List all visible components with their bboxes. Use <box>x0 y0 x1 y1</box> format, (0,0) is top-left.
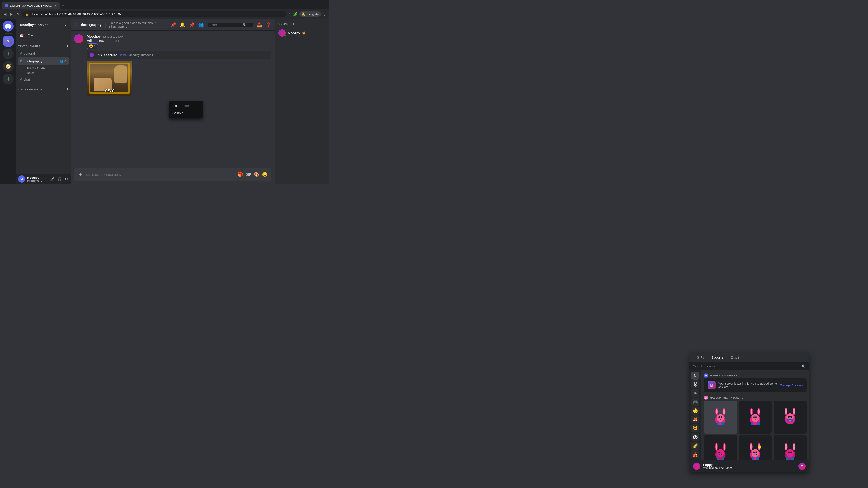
context-menu: Insert Here! Sample <box>169 101 203 118</box>
emoji-button[interactable]: 😊 <box>262 172 268 177</box>
incognito-button[interactable]: 🕵️ Incognito <box>299 11 321 17</box>
voice-channels-header[interactable]: VOICE CHANNELS + <box>16 84 70 93</box>
channel-header: # photography This is a good place to ta… <box>70 19 275 31</box>
channel-header-name: photography <box>80 23 102 27</box>
message-edited: (edi <box>115 39 119 42</box>
tab-title: Discord | #photography | Mood... <box>10 4 53 7</box>
message-avatar <box>74 34 83 43</box>
extension-button[interactable]: 🧩 <box>293 12 298 16</box>
deafen-button[interactable]: 🎧 <box>57 176 63 182</box>
message-time: Today at 12:24 AM <box>103 35 123 38</box>
refresh-button[interactable]: ↻ <box>16 11 20 17</box>
search-input[interactable] <box>209 23 241 27</box>
url-text: discord.com/channels/1182346851781984336… <box>31 12 123 16</box>
thread-member-name: Moodjoy Threads I <box>129 53 153 57</box>
tab-close-button[interactable]: ✕ <box>54 4 57 7</box>
right-sidebar: ONLINE — 1 Moodjoy 👑 <box>275 19 329 184</box>
pinned-button[interactable]: 📌 <box>189 22 195 28</box>
address-bar[interactable]: 🔒 discord.com/channels/11823468517819843… <box>22 11 286 17</box>
hash-icon: # <box>20 59 22 64</box>
thread-member-avatar <box>90 53 94 57</box>
add-voice-channel-button[interactable]: + <box>66 87 69 92</box>
username: Moodjoy <box>27 176 48 180</box>
online-header: ONLINE — 1 <box>278 23 326 25</box>
message: Moodjoy Today at 12:24 AM Edit the text … <box>74 34 271 96</box>
server-icon-moodjoy[interactable]: M <box>3 36 13 46</box>
mute-button[interactable]: 🎤 <box>49 176 56 182</box>
message-text-input[interactable] <box>86 170 235 179</box>
thread-replies: 2 Me <box>120 53 127 57</box>
channel-name: chat <box>24 77 30 81</box>
user-settings-button[interactable]: ⚙ <box>64 176 69 182</box>
gif-button[interactable]: GIF <box>246 173 251 176</box>
message-text: Edit the text here! (edi <box>87 39 271 42</box>
notifications-button[interactable]: 🔔 <box>180 22 185 28</box>
server-header[interactable]: Moodjoy's server ⌄ <box>16 19 70 31</box>
channel-sidebar: Moodjoy's server ⌄ 📅 1 Event TEXT CHANNE… <box>16 19 70 184</box>
attach-button[interactable]: ＋ <box>78 168 83 181</box>
cat-gif: YAY <box>87 61 132 96</box>
channel-icons: 👥 ⚙ <box>60 59 67 63</box>
gif-area: YAY <box>87 61 271 96</box>
reaction-count: 1 <box>94 44 96 48</box>
voice-channels-label: VOICE CHANNELS <box>18 88 42 91</box>
message-header: Moodjoy Today at 12:24 AM <box>87 34 271 38</box>
back-button[interactable]: ◀ <box>3 11 7 17</box>
main-content: # photography This is a good place to ta… <box>70 19 275 184</box>
calendar-icon: 📅 <box>20 34 24 37</box>
hash-icon: # <box>20 77 22 82</box>
new-tab-button[interactable]: + <box>60 3 66 8</box>
reaction-emoji: 😠 <box>89 44 93 48</box>
channel-name: photography <box>24 59 42 63</box>
add-channel-button[interactable]: + <box>66 44 69 48</box>
thread-item-1[interactable]: This is a thread! <box>18 65 69 70</box>
help-button[interactable]: ❓ <box>266 22 271 28</box>
download-button[interactable]: ⬇ <box>3 74 13 85</box>
text-channels-label: TEXT CHANNELS <box>18 45 40 48</box>
browser-tab[interactable]: D Discord | #photography | Mood... ✕ <box>2 2 60 9</box>
server-chevron-icon: ⌄ <box>64 23 67 27</box>
channel-item-photography[interactable]: # photography 👥 ⚙ <box>18 57 69 65</box>
discord-home-button[interactable] <box>3 21 13 32</box>
user-controls: 🎤 🎧 ⚙ <box>49 176 69 182</box>
thread-button[interactable]: This is a thread! 2 Me Moodjoy Threads I <box>87 51 271 59</box>
settings-icon[interactable]: ⚙ <box>64 59 67 63</box>
thread-item-2[interactable]: Photos <box>18 70 69 75</box>
channel-item-chat[interactable]: # chat <box>18 76 69 83</box>
search-bar[interactable]: 🔍 <box>208 23 253 27</box>
user-tag: moodjoy71_0... <box>27 180 48 182</box>
header-actions: 📌 🔔 📌 👥 🔍 📥 ❓ <box>170 22 271 28</box>
bookmark-button[interactable]: ☆ <box>288 12 291 16</box>
threads-button[interactable]: 📌 <box>170 22 176 28</box>
message-body: Moodjoy Today at 12:24 AM Edit the text … <box>87 34 271 96</box>
inbox-button[interactable]: 📥 <box>256 22 262 28</box>
channel-header-hash-icon: # <box>74 22 77 28</box>
hash-icon: # <box>20 51 22 56</box>
channel-name: general <box>24 52 35 55</box>
tab-favicon: D <box>4 4 8 7</box>
channel-item-general[interactable]: # general <box>18 50 69 57</box>
context-menu-item-sample[interactable]: Sample <box>169 109 203 117</box>
sidebar-event[interactable]: 📅 1 Event <box>18 32 69 38</box>
forward-button[interactable]: ▶ <box>9 11 13 17</box>
message-input-area: ＋ 🎁 GIF 🎨 😊 <box>70 168 275 184</box>
server-divider <box>4 33 12 34</box>
thread-label: This is a thread! <box>96 53 119 57</box>
sticker-button[interactable]: 🎨 <box>254 172 259 177</box>
message-author: Moodjoy <box>87 34 101 38</box>
gif-label: YAY <box>104 88 115 94</box>
online-user[interactable]: Moodjoy 👑 <box>278 28 326 38</box>
menu-button[interactable]: ⋮ <box>323 12 327 16</box>
online-user-name: Moodjoy <box>288 31 300 35</box>
incognito-label: Incognito <box>307 12 319 16</box>
gift-button[interactable]: 🎁 <box>237 172 243 177</box>
add-server-button[interactable]: ＋ <box>3 48 13 59</box>
search-icon: 🔍 <box>243 23 247 27</box>
text-channels-header[interactable]: TEXT CHANNELS + <box>16 40 70 50</box>
members-list-button[interactable]: 👥 <box>198 22 204 28</box>
online-avatar <box>278 29 286 37</box>
reaction[interactable]: 😠 1 <box>87 43 98 49</box>
message-input: ＋ 🎁 GIF 🎨 😊 <box>74 168 271 181</box>
context-menu-item-insert[interactable]: Insert Here! <box>169 102 203 109</box>
explore-servers-button[interactable]: 🧭 <box>3 61 13 72</box>
